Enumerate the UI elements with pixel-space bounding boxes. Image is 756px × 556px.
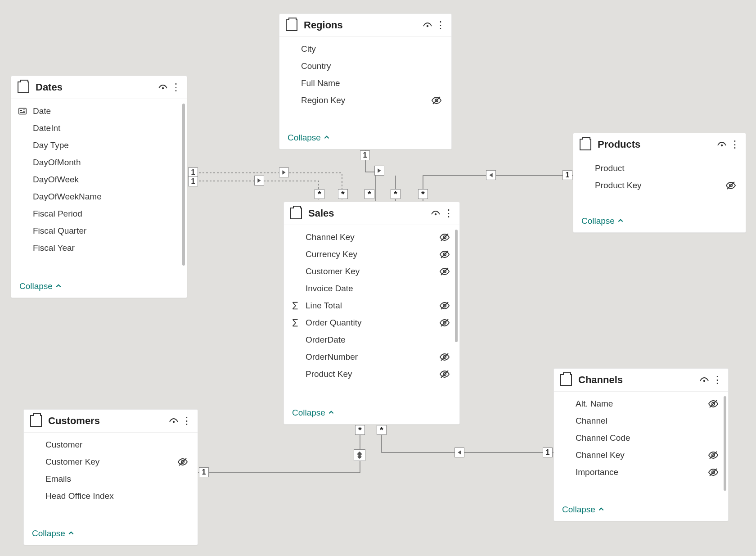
table-dates[interactable]: Dates ⋮ Date DateInt Day Type DayOfMonth… [11,76,187,298]
field-row[interactable]: Line Total [284,297,459,314]
field-row[interactable]: DayOfWeekName [11,188,187,205]
field-row[interactable]: Order Quantity [284,314,459,331]
field-row[interactable]: Customer [24,436,198,453]
field-row[interactable]: Region Key [279,92,451,109]
collapse-button[interactable]: Collapse [581,216,624,226]
visibility-icon[interactable] [430,208,441,219]
hidden-icon [177,456,189,468]
table-header[interactable]: Channels ⋮ [554,369,728,392]
field-row[interactable]: Country [279,58,451,75]
visibility-icon[interactable] [716,139,728,150]
card-field-icon [18,106,33,116]
filter-both-icon [354,449,365,461]
table-icon [580,139,591,150]
field-list-container: Product Product Key [573,156,746,212]
field-row[interactable]: Customer Key [284,263,459,280]
visibility-icon[interactable] [157,81,169,93]
cardinality-one: 1 [360,150,370,160]
field-row[interactable]: Fiscal Quarter [11,222,187,240]
field-list: Date DateInt Day Type DayOfMonth DayOfWe… [11,103,187,257]
collapse-button[interactable]: Collapse [32,529,74,538]
field-row[interactable]: Full Name [279,75,451,92]
chevron-up-icon [617,216,624,226]
filter-arrow-icon [279,167,289,177]
filter-arrow-icon [454,448,464,457]
field-row[interactable]: DayOfMonth [11,154,187,171]
cardinality-one: 1 [188,176,198,186]
collapse-button[interactable]: Collapse [562,505,604,515]
field-list-container: Date DateInt Day Type DayOfMonth DayOfWe… [11,99,187,277]
table-header[interactable]: Customers ⋮ [24,410,198,433]
more-options-icon[interactable]: ⋮ [171,81,180,93]
visibility-icon[interactable] [698,374,710,386]
filter-arrow-icon [254,176,264,185]
filter-arrow-icon [486,170,496,180]
field-row[interactable]: OrderDate [284,331,459,348]
field-row[interactable]: Head Office Index [24,488,198,505]
chevron-up-icon [328,408,334,418]
table-channels[interactable]: Channels ⋮ Alt. Name Channel Channel Cod… [554,368,729,521]
collapse-button[interactable]: Collapse [292,408,334,418]
table-sales[interactable]: Sales ⋮ Channel Key Currency Key Custome… [284,202,460,425]
scrollbar[interactable] [182,104,185,266]
more-options-icon[interactable]: ⋮ [713,374,722,386]
scrollbar[interactable] [724,396,726,491]
table-title: Channels [578,374,698,386]
cardinality-one: 1 [543,448,553,457]
field-row[interactable]: Channel [554,412,728,429]
hidden-icon [725,180,737,191]
more-options-icon[interactable]: ⋮ [182,415,191,427]
field-row[interactable]: DayOfWeek [11,171,187,188]
table-header[interactable]: Products ⋮ [573,133,746,156]
field-list-container: Channel Key Currency Key Customer Key In… [284,225,459,403]
cardinality-many: * [315,189,324,199]
field-row[interactable]: OrderNumber [284,348,459,366]
more-options-icon[interactable]: ⋮ [436,19,445,31]
scrollbar[interactable] [455,230,458,342]
cardinality-many: * [338,189,348,199]
hidden-icon [707,466,719,478]
field-row[interactable]: Emails [24,470,198,488]
table-icon [290,208,302,219]
collapse-button[interactable]: Collapse [288,133,330,143]
table-products[interactable]: Products ⋮ Product Product Key Collapse [573,133,746,233]
visibility-icon[interactable] [168,415,180,427]
more-options-icon[interactable]: ⋮ [444,208,453,219]
chevron-up-icon [68,529,74,538]
field-row[interactable]: Product Key [573,177,746,194]
field-row[interactable]: Product [573,160,746,177]
field-row[interactable]: DateInt [11,120,187,137]
field-row[interactable]: Currency Key [284,246,459,263]
field-row[interactable]: Fiscal Period [11,205,187,222]
table-header[interactable]: Regions ⋮ [279,14,451,37]
table-header[interactable]: Sales ⋮ [284,202,459,225]
table-customers[interactable]: Customers ⋮ Customer Customer Key Emails… [23,409,198,545]
field-row[interactable]: Product Key [284,366,459,383]
field-row[interactable]: Alt. Name [554,395,728,412]
cardinality-many: * [377,425,387,435]
model-canvas[interactable]: 1 1 1 1 * * * * * * * 1 1 Regions ⋮ City… [0,0,756,556]
field-row[interactable]: Customer Key [24,453,198,470]
field-row[interactable]: Invoice Date [284,280,459,297]
field-row[interactable]: City [279,41,451,58]
field-row[interactable]: Channel Code [554,429,728,447]
field-row[interactable]: Channel Key [284,229,459,246]
table-header[interactable]: Dates ⋮ [11,76,187,99]
more-options-icon[interactable]: ⋮ [730,139,739,150]
table-title: Dates [36,81,157,93]
hidden-icon [707,398,719,410]
field-row[interactable]: Day Type [11,137,187,154]
hidden-icon [439,249,450,260]
cardinality-many: * [364,189,374,199]
table-icon [560,374,572,386]
field-row[interactable]: Importance [554,464,728,481]
collapse-button[interactable]: Collapse [19,281,62,291]
table-title: Customers [48,415,168,427]
table-regions[interactable]: Regions ⋮ City Country Full Name Region … [279,14,452,149]
field-row[interactable]: Channel Key [554,447,728,464]
field-row[interactable]: Date [11,103,187,120]
hidden-icon [439,368,450,380]
cardinality-one: 1 [562,170,572,180]
visibility-icon[interactable] [422,19,433,31]
field-row[interactable]: Fiscal Year [11,240,187,257]
